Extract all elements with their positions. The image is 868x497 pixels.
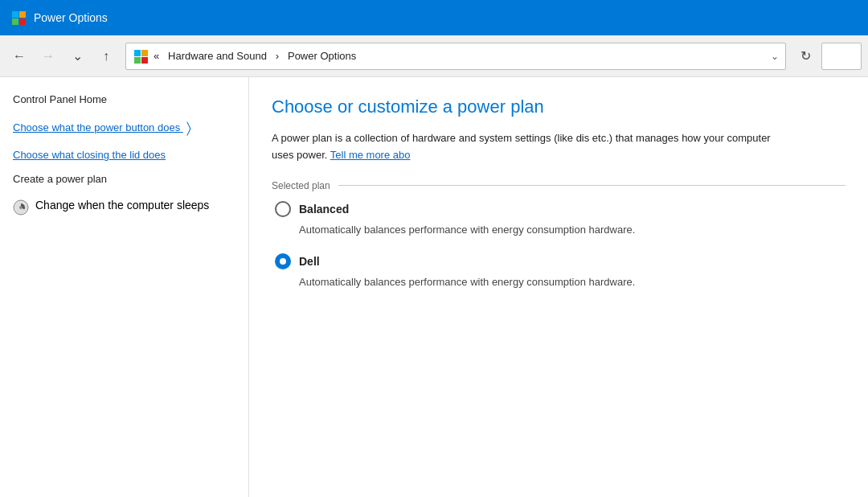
plan-header-dell[interactable]: Dell xyxy=(275,253,845,269)
address-bar-icon xyxy=(133,48,149,64)
main-area: Control Panel Home Choose what the power… xyxy=(0,77,868,497)
app-icon xyxy=(10,9,27,27)
plan-name-balanced: Balanced xyxy=(299,203,349,216)
cursor-hand-icon: 〉 xyxy=(186,118,191,138)
address-dropdown-button[interactable]: ⌄ xyxy=(771,51,779,62)
svg-rect-0 xyxy=(12,11,18,18)
plan-desc-balanced: Automatically balances performance with … xyxy=(299,222,781,238)
content-description: A power plan is a collection of hardware… xyxy=(272,130,786,164)
breadcrumb-power-options: Power Options xyxy=(288,50,356,62)
plan-name-dell: Dell xyxy=(299,255,320,268)
selected-plan-label: Selected plan xyxy=(272,180,845,191)
radio-balanced[interactable] xyxy=(275,201,291,217)
sleep-label: Change when the computer sleeps xyxy=(35,199,209,212)
address-text: « Hardware and Sound › Power Options xyxy=(154,50,766,62)
address-bar[interactable]: « Hardware and Sound › Power Options ⌄ xyxy=(125,43,786,70)
content-title: Choose or customize a power plan xyxy=(272,97,845,117)
breadcrumb-hardware: Hardware and Sound xyxy=(168,50,267,62)
refresh-button[interactable]: ↻ xyxy=(792,43,818,69)
svg-rect-2 xyxy=(12,18,18,25)
plan-desc-dell: Automatically balances performance with … xyxy=(299,274,781,290)
up-button[interactable]: ↑ xyxy=(93,43,119,69)
toolbar: ← → ⌄ ↑ « Hardware and Sound › Power Opt… xyxy=(0,35,868,77)
plan-item-balanced: Balanced Automatically balances performa… xyxy=(272,201,845,238)
sidebar-link-lid[interactable]: Choose what closing the lid does xyxy=(13,148,235,162)
content-area: Choose or customize a power plan A power… xyxy=(249,77,868,497)
svg-rect-4 xyxy=(134,50,141,56)
plan-header-balanced[interactable]: Balanced xyxy=(275,201,845,217)
plan-item-dell: Dell Automatically balances performance … xyxy=(272,253,845,290)
svg-rect-6 xyxy=(134,57,141,64)
sleep-icon xyxy=(13,199,29,216)
sidebar: Control Panel Home Choose what the power… xyxy=(0,77,249,497)
radio-dell[interactable] xyxy=(275,253,291,269)
breadcrumb-prefix: « xyxy=(154,50,159,62)
svg-rect-1 xyxy=(19,11,26,18)
breadcrumb-separator: › xyxy=(276,50,279,62)
back-button[interactable]: ← xyxy=(6,43,32,69)
titlebar: Power Options xyxy=(0,0,868,35)
search-box[interactable] xyxy=(821,43,862,70)
sidebar-item-sleep[interactable]: Change when the computer sleeps xyxy=(13,199,235,216)
svg-rect-5 xyxy=(141,50,148,56)
recent-locations-button[interactable]: ⌄ xyxy=(64,43,90,69)
sidebar-heading: Control Panel Home xyxy=(13,93,235,105)
sidebar-item-create-plan[interactable]: Create a power plan xyxy=(13,172,235,187)
sidebar-link-power-button[interactable]: Choose what the power button does 〉 xyxy=(13,118,235,138)
window-title: Power Options xyxy=(34,11,108,24)
forward-button[interactable]: → xyxy=(35,43,61,69)
svg-rect-7 xyxy=(141,57,148,64)
svg-rect-3 xyxy=(19,18,26,25)
svg-point-9 xyxy=(19,206,23,209)
tell-more-link[interactable]: Tell me more abo xyxy=(330,149,411,161)
